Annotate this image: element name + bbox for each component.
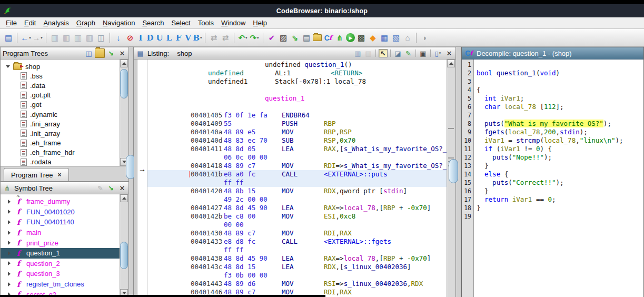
expander-icon[interactable] [8, 210, 11, 214]
forward-icon[interactable]: →▾ [32, 33, 43, 43]
back-icon[interactable]: ←▾ [21, 33, 31, 43]
listing-line[interactable]: 00401433e8 d8 fcCALL<EXTERNAL>::fgets [147, 237, 447, 246]
menu-window[interactable]: Window [217, 18, 249, 27]
symbol-register_tm_clones[interactable]: fregister_tm_clones [1, 279, 128, 290]
dropdown-caret-icon[interactable]: ▾ [200, 36, 202, 40]
listing-line[interactable]: 00 00 [147, 221, 447, 229]
data-d-icon[interactable]: D [146, 33, 154, 43]
listing-line[interactable]: 49 2c 00 00 [147, 195, 447, 204]
tree-item-section[interactable]: .eh_frame [1, 138, 128, 148]
copy-icon[interactable]: ▥ [353, 49, 362, 57]
listing-line[interactable] [147, 103, 447, 111]
symbol-table-icon[interactable]: ▧ [391, 33, 401, 43]
decompile-line[interactable]: 3 [462, 77, 643, 86]
dropdown-caret-icon[interactable]: ▾ [41, 36, 43, 40]
save-icon[interactable]: ▤ [3, 33, 14, 43]
dropdown-caret-icon[interactable]: ▾ [439, 51, 441, 55]
expander-icon[interactable] [8, 251, 11, 255]
decompile-line[interactable]: 4{ [462, 86, 643, 94]
menu-tools[interactable]: Tools [194, 18, 217, 27]
splitter-right[interactable] [456, 47, 461, 297]
open-folder-icon[interactable] [95, 48, 105, 58]
validate-icon[interactable]: ✔ [266, 33, 277, 43]
symbol-question_2[interactable]: fquestion_2 [1, 259, 128, 269]
listing-line[interactable]: 0040143048 89 c7MOVRDI,RAX [147, 229, 447, 237]
byte-b-icon[interactable]: B▾ [193, 33, 202, 43]
title-bar[interactable]: CodeBrowser: binario:/shop [0, 4, 644, 17]
copy-returns-icon[interactable]: ▥ [73, 33, 83, 43]
listing-line[interactable]: 0040140d48 83 ec 70SUBRSP,0x70 [147, 136, 447, 145]
program-tree-scrollbar[interactable] [120, 60, 128, 166]
paste-special-icon[interactable]: ▥ [61, 33, 72, 43]
decompile-line[interactable]: 8 puts("What is my favorite OS?"); [462, 120, 643, 128]
decompile-line[interactable]: 10 iVar1 = strcmp(local_78,"linux\n"); [462, 136, 643, 145]
script-manager-icon[interactable]: ⌂ [402, 33, 413, 43]
dropdown-caret-icon[interactable]: ▾ [257, 36, 259, 40]
listing-line[interactable]: undefinedAL:1<RETURN> [147, 69, 447, 77]
listing-line[interactable]: 00401405f3 0f 1e faENDBR64 [147, 111, 447, 120]
menu-edit[interactable]: Edit [21, 18, 39, 27]
menu-search[interactable]: Search [138, 18, 167, 27]
listing-line[interactable]: 0040140955PUSHRBP [147, 120, 447, 128]
decompile-line[interactable]: 11 if (iVar1 != 0) { [462, 145, 643, 153]
symbol-print_prize[interactable]: fprint_prize [1, 237, 128, 248]
snapshot-icon[interactable]: ▣ [419, 49, 428, 57]
save-memory-icon[interactable]: ◫ [96, 33, 106, 43]
listing-line[interactable]: question_1 [147, 94, 447, 103]
tree-item-section[interactable]: .bss [1, 71, 128, 81]
paste-returns-icon[interactable]: ▥ [84, 33, 95, 43]
menu-file[interactable]: File [2, 18, 21, 27]
diamond-icon[interactable]: ◆ [368, 33, 378, 43]
listing-line[interactable]: undefined1Stack[-0x78]:1 local_78 [147, 77, 447, 86]
listing-line[interactable]: ff ff [147, 179, 447, 187]
tree-item-section[interactable]: .rodata [1, 157, 128, 166]
memory-map-icon[interactable]: ▤ [301, 33, 312, 43]
goto-external-icon[interactable]: ↘ [106, 49, 115, 57]
expander-icon[interactable] [8, 200, 11, 204]
decompile-line[interactable]: 13 } [462, 162, 643, 170]
dropdown-caret-icon[interactable]: ▾ [245, 36, 247, 40]
decompile-line[interactable]: 12 puts("Nope!!"); [462, 153, 643, 162]
listing-line[interactable]: 0040141be8 a0 fcCALL<EXTERNAL>::puts [147, 170, 447, 179]
decompile-line[interactable]: 9 fgets(local_78,200,stdin); [462, 128, 643, 136]
listing-line[interactable]: 0040143848 8d 45 90LEARAX=>local_78,[RBP… [147, 254, 447, 263]
cf-icon[interactable]: Cf [323, 33, 333, 43]
tree-item-section[interactable]: .got.plt [1, 91, 128, 100]
clear-code-icon[interactable]: ⊘ [125, 33, 135, 43]
symbol-question_1[interactable]: fquestion_1 [1, 248, 128, 259]
tree-item-shop[interactable]: shop [1, 62, 128, 71]
listing-line[interactable]: 0040142748 8d 45 90LEARAX=>local_78,[RBP… [147, 204, 447, 212]
expander-open-icon[interactable] [6, 65, 10, 68]
decompile-line[interactable]: 6 char local_78 [112]; [462, 103, 643, 111]
menu-graph[interactable]: Graph [73, 18, 99, 27]
scrollbar-thumb[interactable] [120, 69, 128, 98]
decompile-line[interactable]: 18} [462, 204, 643, 212]
disassemble-icon[interactable]: ↓ [113, 33, 124, 43]
decompiled-code[interactable]: 12bool question_1(void)34{5 int iVar1;6 … [462, 60, 643, 221]
decompile-line[interactable]: 19 [462, 212, 643, 221]
audio-icon[interactable]: ◗ [420, 33, 430, 43]
copy-special-icon[interactable]: ▥ [49, 33, 60, 43]
defined-data-table-icon[interactable]: ▦ [379, 33, 390, 43]
scroll-up-button[interactable] [120, 60, 128, 67]
undo-icon[interactable]: ↶▾ [237, 33, 248, 43]
variable-v-icon[interactable]: V [184, 33, 192, 43]
instruction-i-icon[interactable]: I [136, 33, 145, 43]
listing-line[interactable]: 06 0c 00 00 [147, 153, 447, 162]
close-icon[interactable]: ✕ [118, 49, 126, 57]
symbol-question_3[interactable]: fquestion_3 [1, 269, 128, 279]
decompile-line[interactable]: 7 [462, 111, 643, 120]
expander-icon[interactable] [8, 241, 11, 245]
new-tree-icon[interactable]: ◫ [84, 49, 93, 57]
expander-icon[interactable] [8, 220, 11, 224]
listing-line[interactable]: 0040140a48 89 e5MOVRBP,RSP [147, 128, 447, 136]
function-f-icon[interactable]: F [174, 33, 183, 43]
edit-icon[interactable]: ✎ [96, 184, 105, 192]
symbol-FUN_00401140[interactable]: fFUN_00401140 [1, 217, 128, 227]
splitter-left[interactable] [129, 47, 133, 297]
tree-item-section[interactable]: .dynamic [1, 110, 128, 119]
binary-format-icon[interactable]: ▨ [278, 33, 289, 43]
listing-line[interactable]: 0040141148 8d 05LEARAX,[s_What_is_my_fav… [147, 145, 447, 153]
symbol-main[interactable]: fmain [1, 227, 128, 238]
expander-icon[interactable] [8, 231, 11, 235]
